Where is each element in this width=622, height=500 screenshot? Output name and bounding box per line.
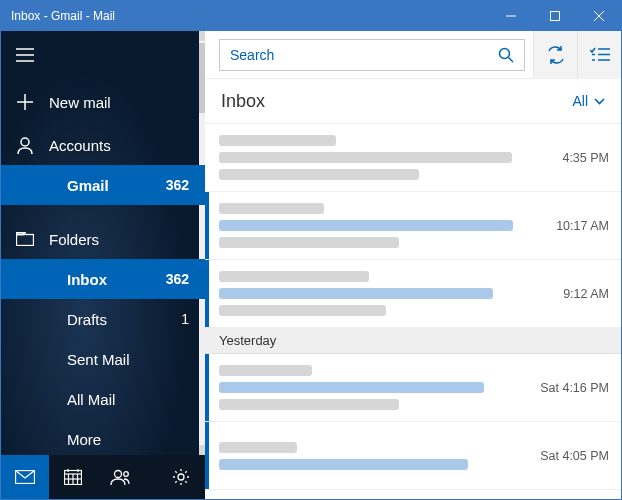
bottom-nav: [1, 455, 205, 499]
message-preview: [219, 125, 552, 190]
person-icon: [1, 136, 49, 154]
select-mode-button[interactable]: [577, 31, 621, 79]
folder-label: All Mail: [49, 391, 205, 408]
search-box[interactable]: [219, 39, 525, 71]
unread-accent: [205, 260, 209, 327]
message-time: 10:17 AM: [546, 219, 609, 233]
message-time: Sat 4:16 PM: [530, 381, 609, 395]
filter-dropdown[interactable]: All: [572, 93, 605, 109]
folder-label: More: [49, 431, 205, 448]
list-heading: Inbox: [221, 91, 572, 112]
account-name: Gmail: [49, 177, 166, 194]
unread-accent: [205, 354, 209, 421]
sync-button[interactable]: [533, 31, 577, 79]
date-group-header[interactable]: Yesterday: [205, 328, 621, 354]
gear-icon: [172, 468, 190, 486]
sidebar: New mail Accounts Gmail 362: [1, 31, 205, 499]
folders-header[interactable]: Folders: [1, 219, 205, 259]
nav-mail-button[interactable]: [1, 455, 49, 499]
folder-label: Inbox: [49, 271, 166, 288]
titlebar: Inbox - Gmail - Mail: [1, 1, 621, 31]
window-title: Inbox - Gmail - Mail: [1, 9, 489, 23]
folder-more[interactable]: More: [1, 419, 205, 455]
message-preview: [219, 432, 530, 480]
message-item[interactable]: 9:12 AM: [205, 260, 621, 328]
folder-count: 1: [181, 311, 205, 327]
folder-all-mail[interactable]: All Mail: [1, 379, 205, 419]
folder-inbox[interactable]: Inbox 362: [1, 259, 205, 299]
svg-point-23: [178, 474, 184, 480]
message-item[interactable]: 4:35 PM: [205, 124, 621, 192]
svg-point-22: [124, 472, 129, 477]
content-pane: Inbox All 4:35 PM: [205, 31, 621, 499]
message-item[interactable]: Sat 4:05 PM: [205, 422, 621, 490]
toolbar: [205, 31, 621, 79]
account-count: 362: [166, 177, 205, 193]
hamburger-icon: [1, 48, 49, 62]
people-icon: [110, 469, 132, 485]
svg-point-9: [21, 138, 29, 146]
refresh-icon: [546, 46, 566, 64]
group-label: Yesterday: [219, 333, 276, 348]
search-input[interactable]: [220, 47, 488, 63]
message-preview: [219, 193, 546, 258]
svg-point-21: [115, 471, 122, 478]
message-preview: [219, 261, 553, 326]
message-time: Sat 4:05 PM: [530, 449, 609, 463]
nav-settings-button[interactable]: [157, 455, 205, 499]
folder-label: Sent Mail: [49, 351, 205, 368]
unread-accent: [205, 192, 209, 259]
folder-label: Drafts: [49, 311, 181, 328]
close-button[interactable]: [577, 1, 621, 31]
list-header: Inbox All: [205, 79, 621, 123]
folder-drafts[interactable]: Drafts 1: [1, 299, 205, 339]
svg-rect-10: [17, 235, 34, 246]
message-item[interactable]: 10:17 AM: [205, 192, 621, 260]
chevron-down-icon: [594, 98, 605, 105]
maximize-button[interactable]: [533, 1, 577, 31]
message-time: 9:12 AM: [553, 287, 609, 301]
message-list[interactable]: 4:35 PM 10:17 AM: [205, 123, 621, 499]
mail-icon: [15, 470, 35, 484]
plus-icon: [1, 94, 49, 110]
account-gmail[interactable]: Gmail 362: [1, 165, 205, 205]
filter-label: All: [572, 93, 588, 109]
accounts-header[interactable]: Accounts: [1, 125, 205, 165]
message-time: 4:35 PM: [552, 151, 609, 165]
svg-line-25: [509, 57, 514, 62]
nav-people-button[interactable]: [97, 455, 145, 499]
folder-sent-mail[interactable]: Sent Mail: [1, 339, 205, 379]
calendar-icon: [64, 469, 82, 485]
minimize-button[interactable]: [489, 1, 533, 31]
unread-accent: [205, 422, 209, 489]
hamburger-button[interactable]: [1, 31, 205, 79]
folder-count: 362: [166, 271, 205, 287]
accounts-label: Accounts: [49, 137, 205, 154]
folder-icon: [1, 232, 49, 246]
svg-point-24: [500, 48, 510, 58]
search-icon[interactable]: [488, 39, 524, 71]
folders-label: Folders: [49, 231, 205, 248]
app-window: Inbox - Gmail - Mail: [0, 0, 622, 500]
checklist-icon: [590, 47, 610, 62]
new-mail-label: New mail: [49, 94, 205, 111]
message-item[interactable]: Sat 4:16 PM: [205, 354, 621, 422]
new-mail-button[interactable]: New mail: [1, 79, 205, 125]
nav-calendar-button[interactable]: [49, 455, 97, 499]
svg-rect-1: [551, 12, 560, 21]
message-preview: [219, 355, 530, 420]
